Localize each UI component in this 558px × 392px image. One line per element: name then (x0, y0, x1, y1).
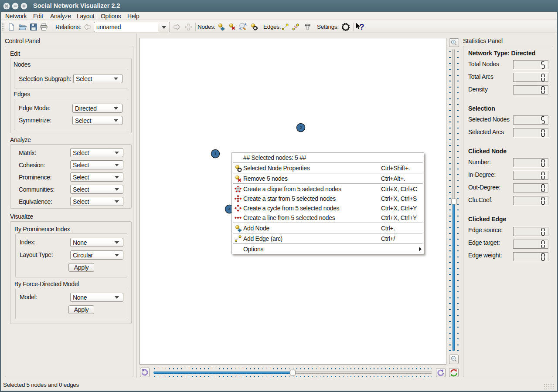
svg-text:1: 1 (214, 151, 217, 156)
svg-text:?: ? (359, 23, 364, 31)
svg-text:2: 2 (300, 125, 302, 130)
svg-text:4: 4 (228, 206, 231, 211)
